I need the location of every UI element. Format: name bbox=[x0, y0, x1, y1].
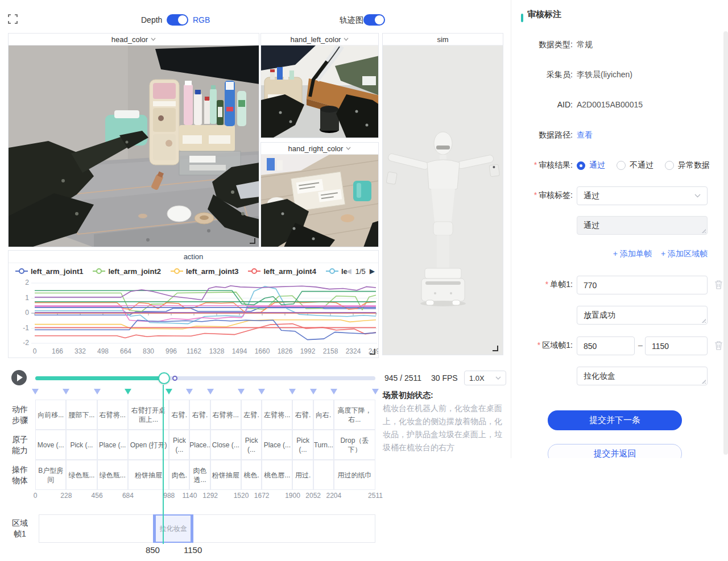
delete-single-frame-icon[interactable] bbox=[714, 280, 723, 289]
single-frame-label: *单帧1: bbox=[512, 280, 573, 290]
segment-marker[interactable] bbox=[372, 389, 379, 398]
slider-handle[interactable] bbox=[158, 372, 170, 384]
step-table: 向前移...腰部下...右臂将...右臂打开桌面上...右臂.右臂.右臂将...… bbox=[35, 400, 375, 490]
resize-corner-icon[interactable] bbox=[493, 346, 498, 351]
legend-item-left_arm_joint4[interactable]: left_arm_joint4 bbox=[248, 267, 316, 276]
legend-item-left_arm_joint3[interactable]: left_arm_joint3 bbox=[171, 267, 238, 276]
depth-rgb-toggle[interactable] bbox=[167, 14, 188, 26]
legend-item-left_arm_joint1[interactable]: left_arm_joint1 bbox=[15, 267, 83, 276]
atomic-skill-cell: Close (... bbox=[210, 430, 241, 460]
review-panel: 审核标注 数据类型: 常规 采集员: 李轶晨(liyichen) AID: A2… bbox=[511, 0, 728, 458]
collector-value: 李轶晨(liyichen) bbox=[577, 70, 632, 80]
atomic-skill-cell: Pick (... bbox=[66, 430, 97, 460]
add-frame-links: + 添加单帧 + 添加区域帧 bbox=[577, 249, 708, 259]
radio-pass[interactable]: 通过 bbox=[577, 160, 605, 171]
legend-item-left_arm_joint2[interactable]: left_arm_joint2 bbox=[93, 267, 160, 276]
y-axis-tick-label: 0 bbox=[16, 309, 29, 317]
object-cell: 桃色. bbox=[241, 460, 262, 490]
review-panel-title: 审核标注 bbox=[527, 9, 561, 20]
segment-marker[interactable] bbox=[186, 389, 193, 398]
playback-slider[interactable] bbox=[35, 376, 375, 380]
fps-label: 30 FPS bbox=[431, 373, 458, 383]
camera-panel-hand-left: hand_left_color bbox=[260, 33, 379, 138]
panel-scrollbar[interactable] bbox=[723, 31, 728, 455]
chevron-down-icon bbox=[346, 147, 351, 150]
legend-item-le[interactable]: le bbox=[326, 267, 348, 276]
region-start-input[interactable]: 850 bbox=[577, 336, 635, 355]
single-frame-input[interactable]: 770 bbox=[577, 276, 708, 294]
region-frame-track[interactable]: 拉化妆盒 bbox=[39, 514, 375, 543]
region-end-value: 1150 bbox=[176, 545, 210, 555]
camera-panel-sim: sim bbox=[382, 33, 503, 355]
region-frame-block[interactable]: 拉化妆盒 bbox=[153, 514, 193, 543]
segment-marker[interactable] bbox=[289, 389, 296, 398]
legend-label: left_arm_joint4 bbox=[263, 267, 316, 276]
x-axis-tick-label: 498 bbox=[90, 347, 115, 355]
add-single-frame-link[interactable]: + 添加单帧 bbox=[613, 249, 652, 259]
review-tag-note-textarea[interactable]: 通过 bbox=[577, 216, 708, 235]
camera-title-hand-left[interactable]: hand_left_color bbox=[261, 34, 378, 45]
segment-marker[interactable] bbox=[63, 389, 69, 398]
single-frame-note-textarea[interactable]: 放置成功 bbox=[577, 306, 708, 325]
action-step-cell: 左臂. bbox=[241, 400, 262, 430]
timeline-axis-label: 0 bbox=[23, 492, 48, 500]
x-axis-tick-label: 1328 bbox=[204, 347, 229, 355]
fullscreen-icon[interactable] bbox=[8, 14, 18, 24]
atomic-skill-cell: Drop（丢下） bbox=[334, 430, 375, 460]
playhead-line[interactable] bbox=[163, 385, 164, 544]
speed-value: 1.0X bbox=[469, 374, 485, 383]
object-cell: 绿色瓶... bbox=[66, 460, 97, 490]
camera-title-label: head_color bbox=[111, 35, 148, 44]
segment-marker[interactable] bbox=[207, 389, 214, 398]
action-step-cell: 左臂将... bbox=[262, 400, 292, 430]
segment-marker[interactable] bbox=[258, 389, 265, 398]
x-axis-tick-label: 2324 bbox=[341, 347, 366, 355]
segment-marker[interactable] bbox=[166, 389, 172, 398]
select-value: 通过 bbox=[584, 191, 599, 201]
head-camera-scene bbox=[9, 45, 259, 247]
segment-marker[interactable] bbox=[310, 389, 317, 398]
submit-next-button[interactable]: 提交并下一条 bbox=[548, 410, 682, 430]
camera-title-head[interactable]: head_color bbox=[9, 34, 259, 45]
segment-marker[interactable] bbox=[238, 389, 245, 398]
segment-marker[interactable] bbox=[125, 389, 131, 398]
action-step-cell: 右臂. bbox=[189, 400, 210, 430]
frame-counter: 945 / 2511 bbox=[384, 373, 421, 383]
trajectory-toggle[interactable] bbox=[363, 14, 385, 26]
x-axis-tick-label: 830 bbox=[136, 347, 161, 355]
legend-label: left_arm_joint1 bbox=[31, 267, 83, 276]
timeline-axis-label: 456 bbox=[85, 492, 110, 500]
play-button[interactable] bbox=[11, 370, 27, 385]
segment-marker[interactable] bbox=[32, 389, 39, 398]
radio-fail[interactable]: 不通过 bbox=[617, 160, 653, 171]
region-end-input[interactable]: 1150 bbox=[645, 336, 708, 355]
legend-page-indicator: 1/5 bbox=[355, 267, 366, 276]
resize-corner-icon[interactable] bbox=[370, 349, 375, 355]
resize-corner-icon[interactable] bbox=[250, 238, 255, 244]
camera-title-hand-right[interactable]: hand_right_color bbox=[261, 143, 378, 155]
speed-select[interactable]: 1.0X bbox=[464, 371, 506, 385]
single-frame-dot-marker[interactable] bbox=[172, 376, 177, 381]
add-region-frame-link[interactable]: + 添加区域帧 bbox=[661, 249, 708, 259]
legend-line-icon bbox=[93, 268, 105, 275]
atomic-skill-cell: Place (... bbox=[97, 430, 128, 460]
x-axis-tick-label: 332 bbox=[68, 347, 93, 355]
legend-prev-icon[interactable]: ◀ bbox=[346, 267, 351, 275]
camera-title-label: sim bbox=[437, 35, 448, 44]
region-start-value: 850 bbox=[135, 545, 169, 555]
submit-return-button[interactable]: 提交并返回 bbox=[548, 444, 682, 458]
data-path-view-link[interactable]: 查看 bbox=[577, 130, 593, 140]
delete-region-frame-icon[interactable] bbox=[714, 340, 723, 350]
legend-label: left_arm_joint2 bbox=[108, 267, 160, 276]
legend-next-icon[interactable]: ▶ bbox=[370, 267, 375, 275]
action-step-cell: 向右. bbox=[313, 400, 334, 430]
radio-abnormal[interactable]: 异常数据 bbox=[665, 160, 710, 171]
action-step-cell: 右臂. bbox=[169, 400, 189, 430]
atomic-skill-cell: Turn... bbox=[313, 430, 334, 460]
review-tag-select[interactable]: 通过 bbox=[577, 186, 708, 205]
row-label: 原子能力 bbox=[10, 434, 30, 456]
action-chart-plot[interactable] bbox=[9, 276, 379, 352]
region-frame-note-textarea[interactable]: 拉化妆盒 bbox=[577, 367, 708, 385]
segment-marker[interactable] bbox=[94, 389, 101, 398]
segment-marker[interactable] bbox=[330, 389, 337, 398]
